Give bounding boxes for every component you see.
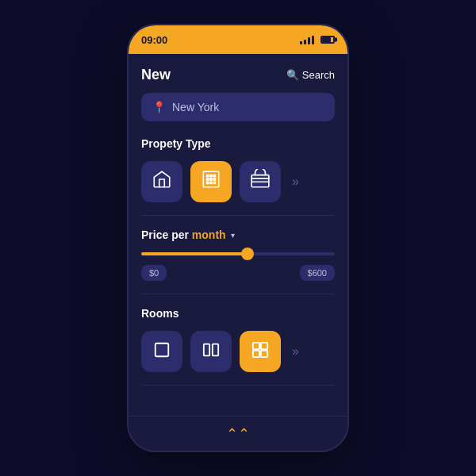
svg-rect-6: [261, 343, 267, 349]
price-max: $600: [300, 265, 335, 281]
slider-fill: [141, 252, 248, 255]
price-label: Price per month: [141, 228, 226, 241]
svg-rect-3: [204, 344, 209, 356]
location-pin-icon: 📍: [152, 101, 166, 113]
divider-1: [141, 215, 335, 216]
status-time: 09:00: [141, 34, 167, 46]
property-more-arrow[interactable]: »: [292, 175, 299, 189]
divider-2: [141, 294, 335, 294]
rooms-row: »: [141, 331, 335, 372]
property-type-house[interactable]: [141, 161, 182, 202]
bottom-nav[interactable]: ⌃⌃: [129, 416, 347, 451]
property-types-row: »: [141, 161, 335, 202]
svg-rect-8: [261, 351, 267, 357]
svg-rect-1: [251, 175, 269, 187]
location-value: New York: [172, 101, 219, 113]
svg-rect-2: [155, 344, 169, 357]
property-type-building[interactable]: [190, 161, 232, 202]
room-3-icon: [251, 341, 269, 362]
room-option-2[interactable]: [190, 331, 232, 372]
rooms-more-arrow[interactable]: »: [292, 344, 299, 359]
header-row: New 🔍 Search: [141, 67, 335, 83]
header-new-label: New: [141, 67, 171, 83]
room-1-icon: [153, 341, 171, 362]
search-icon: 🔍: [286, 69, 299, 81]
app-content: New 🔍 Search 📍 New York Propety Type: [129, 54, 347, 416]
header-search-button[interactable]: 🔍 Search: [286, 69, 335, 81]
svg-rect-5: [253, 343, 259, 349]
house-icon: [152, 169, 172, 194]
price-range: $0 $600: [141, 265, 335, 281]
room-option-1[interactable]: [141, 331, 182, 372]
status-icons: [300, 36, 335, 44]
property-type-garage[interactable]: [240, 161, 281, 202]
signal-icon: [300, 36, 314, 44]
bottom-nav-wrapper: ⌃⌃: [226, 425, 250, 443]
svg-rect-0: [203, 171, 219, 187]
svg-rect-4: [213, 344, 218, 356]
property-type-section: Propety Type: [141, 137, 335, 202]
price-chevron-icon[interactable]: ▾: [231, 231, 235, 240]
price-min: $0: [141, 265, 167, 281]
garage-icon: [250, 169, 271, 194]
slider-track: [141, 252, 335, 255]
divider-3: [141, 385, 335, 386]
price-header: Price per month ▾: [141, 228, 335, 241]
price-section: Price per month ▾ $0 $600: [141, 228, 335, 281]
battery-icon: [321, 36, 335, 44]
rooms-section: Rooms: [141, 307, 335, 372]
status-bar: 09:00: [129, 25, 347, 54]
rooms-title: Rooms: [141, 307, 335, 320]
phone-frame: 09:00 New 🔍 Search 📍 New York: [127, 24, 349, 452]
price-slider[interactable]: [141, 252, 335, 255]
room-2-icon: [202, 341, 220, 362]
building-icon: [201, 169, 221, 194]
location-input[interactable]: 📍 New York: [141, 93, 335, 121]
room-option-3[interactable]: [240, 331, 281, 372]
property-type-title: Propety Type: [141, 137, 335, 150]
slider-thumb[interactable]: [241, 248, 254, 260]
svg-rect-7: [253, 351, 259, 357]
chevron-up-icon: ⌃⌃: [226, 425, 250, 443]
